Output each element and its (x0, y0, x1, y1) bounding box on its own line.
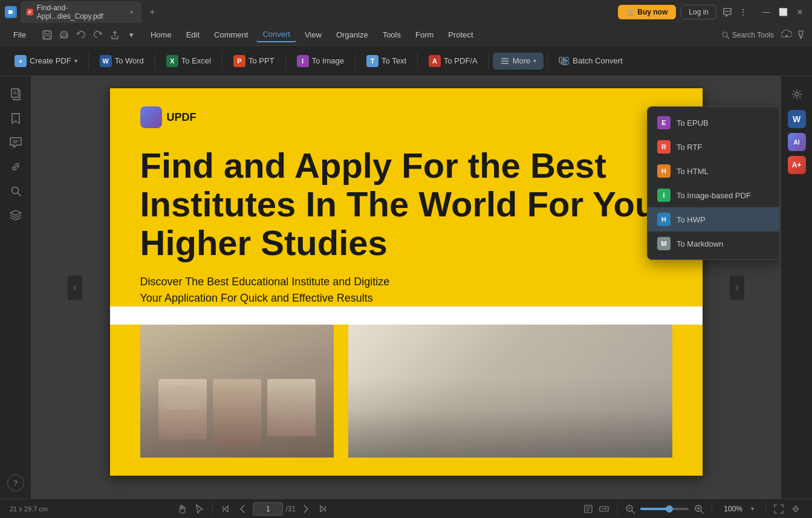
hand-tool-button[interactable] (176, 502, 189, 516)
create-pdf-button[interactable]: + Create PDF ▾ (7, 51, 85, 71)
svg-text:P: P (28, 10, 31, 15)
active-tab[interactable]: P Find-and-Appl...dies_Copy.pdf × (21, 1, 141, 23)
to-text-button[interactable]: T To Text (359, 51, 414, 71)
status-sep-1 (212, 503, 213, 515)
first-page-button[interactable] (219, 502, 232, 516)
toolbar-separator-6 (417, 53, 418, 70)
zoom-out-button[interactable] (623, 502, 637, 516)
navigation-controls: /31 (176, 502, 330, 516)
protect-menu-item[interactable]: Protect (442, 28, 479, 42)
comment-menu-item[interactable]: Comment (208, 28, 254, 42)
maximize-button[interactable]: ⬜ (776, 5, 790, 19)
convert-menu-item[interactable]: Convert (256, 27, 296, 42)
sidebar-comment-icon[interactable] (5, 132, 27, 154)
to-imgpdf-icon: I (657, 189, 671, 202)
buy-now-button[interactable]: 🛒 Buy now (618, 5, 676, 19)
next-page-button[interactable] (299, 502, 313, 516)
to-hwp-item[interactable]: H To HWP (648, 207, 779, 231)
to-markdown-item[interactable]: M To Markdown (648, 231, 779, 256)
tools-menu-item[interactable]: Tools (377, 28, 407, 42)
svg-rect-20 (11, 89, 18, 97)
sidebar-layers-icon[interactable] (5, 204, 27, 226)
to-epub-item[interactable]: E To EPUB (648, 111, 779, 135)
page-dimensions: 21 x 29.7 cm (10, 505, 48, 513)
to-word-badge-icon: W (788, 110, 806, 128)
dropdown-arrow-icon[interactable]: ▾ (125, 28, 138, 42)
toolbar-separator-2 (155, 53, 155, 70)
translate-badge[interactable]: A+ (788, 156, 806, 174)
undo-icon[interactable] (74, 28, 88, 42)
sidebar-page-icon[interactable] (5, 83, 27, 105)
left-sidebar: ? (0, 76, 31, 499)
to-image-button[interactable]: I To Image (290, 51, 351, 71)
edit-menu-item[interactable]: Edit (180, 28, 206, 42)
zoom-dropdown-arrow[interactable]: ▾ (746, 502, 759, 516)
more-options-icon[interactable]: ⋮ (737, 6, 749, 18)
file-menu-item[interactable]: File (7, 28, 32, 42)
fit-page-icon[interactable] (582, 502, 595, 516)
sidebar-bookmark-icon[interactable] (5, 108, 27, 129)
tab-title: Find-and-Appl...dies_Copy.pdf (37, 4, 125, 21)
to-pdfa-button[interactable]: A To PDF/A (421, 51, 485, 71)
to-word-badge[interactable]: W (788, 110, 806, 128)
svg-point-4 (727, 11, 728, 12)
select-tool-button[interactable] (193, 502, 206, 516)
scroll-left-arrow[interactable]: ‹ (68, 276, 82, 300)
batch-convert-button[interactable]: Batch Convert (551, 53, 629, 70)
page-number-input[interactable] (253, 502, 283, 516)
sidebar-search-icon[interactable] (5, 180, 27, 202)
prev-page-button[interactable] (236, 502, 249, 516)
fit-width-icon[interactable] (597, 502, 611, 516)
last-page-button[interactable] (316, 502, 330, 516)
to-word-button[interactable]: W To Word (93, 51, 151, 71)
view-menu-item[interactable]: View (299, 28, 328, 42)
to-imgpdf-item[interactable]: I To Image-based PDF (648, 183, 779, 207)
to-html-item[interactable]: H To HTML (648, 159, 779, 183)
more-button[interactable]: More ▾ (493, 53, 544, 70)
title-bar-right: 🛒 Buy now Log in ⋮ — ⬜ ✕ (618, 5, 807, 19)
toolbar: + Create PDF ▾ W To Word X To Excel P To… (0, 46, 812, 76)
zoom-in-button[interactable] (692, 502, 706, 516)
home-menu-item[interactable]: Home (145, 28, 178, 42)
svg-point-3 (725, 11, 726, 12)
to-epub-icon: E (657, 116, 671, 129)
updf-logo: UPDF (140, 106, 672, 128)
svg-point-12 (723, 32, 727, 37)
new-tab-button[interactable]: + (145, 5, 160, 19)
status-sep-2 (617, 503, 617, 515)
to-markdown-icon: M (657, 237, 671, 250)
zoom-value: 100% (718, 505, 742, 513)
pdf-divider (340, 325, 342, 476)
expand-icon[interactable]: ⊽ (797, 28, 805, 42)
save-icon[interactable] (41, 28, 54, 42)
toolbar-separator-4 (285, 53, 286, 70)
menu-bar: File (0, 24, 812, 46)
app-icon (5, 6, 17, 18)
organize-menu-item[interactable]: Organize (330, 28, 374, 42)
scroll-right-arrow[interactable]: › (730, 276, 744, 300)
print-icon[interactable] (57, 28, 71, 42)
sidebar-link-icon[interactable] (5, 156, 27, 178)
share-icon[interactable] (108, 28, 122, 42)
ai-badge[interactable]: AI (788, 133, 806, 151)
cloud-icon[interactable] (781, 30, 792, 40)
form-menu-item[interactable]: Form (409, 28, 440, 42)
to-image-icon: I (297, 55, 309, 67)
to-rtf-item[interactable]: R To RTF (648, 135, 779, 159)
to-ppt-button[interactable]: P To PPT (226, 51, 282, 71)
svg-point-27 (795, 92, 799, 96)
close-tab-button[interactable]: × (128, 8, 135, 16)
login-button[interactable]: Log in (681, 5, 716, 19)
to-ppt-icon: P (233, 55, 245, 67)
fullscreen-icon[interactable] (772, 502, 785, 516)
to-excel-button[interactable]: X To Excel (159, 51, 218, 71)
sidebar-help-icon[interactable]: ? (7, 474, 24, 491)
redo-icon[interactable] (91, 28, 105, 42)
minimize-button[interactable]: — (759, 5, 773, 19)
chat-icon[interactable] (721, 6, 733, 18)
search-tools[interactable]: Search Tools (721, 31, 774, 39)
zoom-slider[interactable] (640, 508, 689, 510)
close-button[interactable]: ✕ (793, 5, 807, 19)
right-settings-icon[interactable] (786, 83, 808, 105)
scroll-mode-icon[interactable] (789, 502, 802, 516)
